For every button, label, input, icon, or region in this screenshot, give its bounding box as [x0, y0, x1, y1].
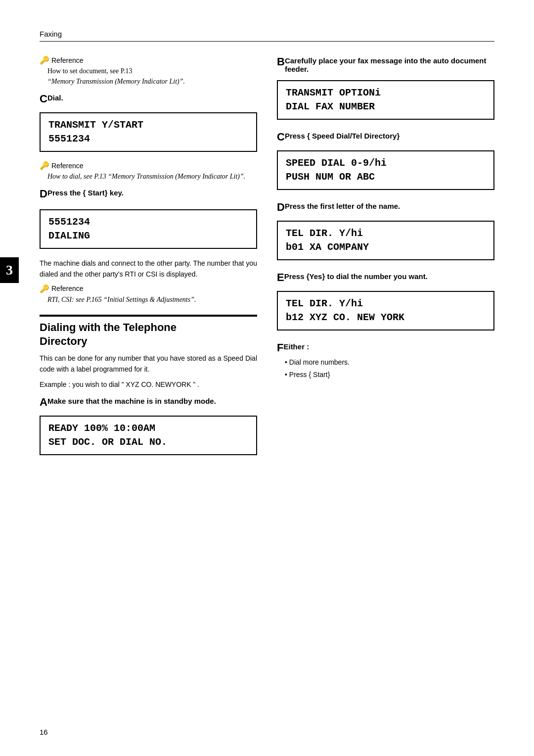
- bullet-1: Dial more numbers.: [285, 356, 494, 369]
- lcd-display-6: TEL DIR. Y/hi b01 XA COMPANY: [277, 221, 494, 260]
- step-d-text: Press the { Start} key.: [47, 188, 124, 197]
- step-b-text: Carefully place your fax message into th…: [285, 55, 494, 73]
- step-f: F Either :: [277, 341, 494, 354]
- lcd7-line1: TEL DIR. Y/hi: [286, 297, 486, 311]
- body-text-2: This can be done for any number that you…: [40, 353, 257, 375]
- lcd4-line2: DIAL FAX NUMBER: [286, 100, 486, 114]
- reference-2: 🔑 Reference How to dial, see P.13 “Memor…: [40, 161, 257, 182]
- reference-3-label: 🔑 Reference: [40, 284, 257, 293]
- lcd3-line2: SET DOC. OR DIAL NO.: [48, 435, 248, 449]
- step-d-right-text: Press the first letter of the name.: [285, 201, 400, 210]
- step-d-right: D Press the first letter of the name.: [277, 201, 494, 214]
- lcd6-line2: b01 XA COMPANY: [286, 240, 486, 254]
- either-bullets: Dial more numbers. Press { Start}: [285, 356, 494, 381]
- step-e: E Press {Yes} to dial the number you wan…: [277, 271, 494, 284]
- reference-1: 🔑 Reference How to set document, see P.1…: [40, 55, 257, 87]
- lcd-display-7: TEL DIR. Y/hi b12 XYZ CO. NEW YORK: [277, 291, 494, 331]
- reference-1-label: 🔑 Reference: [40, 55, 257, 65]
- key-icon-3: 🔑: [40, 284, 49, 293]
- lcd2-line2: DIALING: [48, 229, 248, 243]
- header-label: Faxing: [40, 30, 62, 38]
- lcd6-line1: TEL DIR. Y/hi: [286, 227, 486, 240]
- lcd1-line2: 5551234: [48, 132, 248, 146]
- step-d-letter: D: [40, 188, 47, 200]
- step-a-letter: A: [40, 396, 47, 409]
- key-icon-2: 🔑: [40, 161, 49, 170]
- step-d-left: D Press the { Start} key.: [40, 188, 257, 200]
- key-icon-1: 🔑: [40, 55, 49, 65]
- step-e-text: Press {Yes} to dial the number you want.: [284, 271, 428, 281]
- lcd1-line1: TRANSMIT Y/START: [48, 118, 248, 132]
- step-c-text: Dial.: [47, 93, 63, 102]
- reference-3-text: RTI, CSI: see P.165 “Initial Settings & …: [47, 294, 257, 305]
- step-b: B Carefully place your fax message into …: [277, 55, 494, 73]
- step-e-letter: E: [277, 271, 284, 284]
- left-column: 🔑 Reference How to set document, see P.1…: [40, 55, 257, 460]
- lcd-display-5: SPEED DIAL 0-9/hi PUSH NUM OR ABC: [277, 150, 494, 190]
- step-a: A Make sure that the machine is in stand…: [40, 396, 257, 409]
- lcd7-line2: b12 XYZ CO. NEW YORK: [286, 311, 486, 325]
- step-d-right-letter: D: [277, 201, 285, 214]
- lcd4-line1: TRANSMIT OPTIONi: [286, 86, 486, 100]
- lcd-display-4: TRANSMIT OPTIONi DIAL FAX NUMBER: [277, 80, 494, 120]
- page: Faxing 🔑 Reference How to set document, …: [0, 0, 534, 756]
- step-a-text: Make sure that the machine is in standby…: [47, 396, 216, 405]
- section-number-tab: 3: [0, 257, 19, 283]
- page-header: Faxing: [40, 30, 494, 42]
- step-c-right-letter: C: [277, 131, 285, 143]
- bullet-2: Press { Start}: [285, 369, 494, 381]
- page-number: 16: [40, 728, 48, 736]
- lcd5-line2: PUSH NUM OR ABC: [286, 170, 486, 184]
- right-column: B Carefully place your fax message into …: [277, 55, 494, 460]
- lcd5-line1: SPEED DIAL 0-9/hi: [286, 156, 486, 170]
- step-c-right-text: Press { Speed Dial/Tel Directory}: [285, 131, 400, 140]
- body-text-1: The machine dials and connect to the oth…: [40, 258, 257, 280]
- reference-3: 🔑 Reference RTI, CSI: see P.165 “Initial…: [40, 284, 257, 305]
- lcd-display-3: READY 100% 10:00AM SET DOC. OR DIAL NO.: [40, 416, 257, 455]
- step-c-right: C Press { Speed Dial/Tel Directory}: [277, 131, 494, 143]
- lcd2-line1: 5551234: [48, 215, 248, 229]
- lcd3-line1: READY 100% 10:00AM: [48, 422, 248, 435]
- step-f-text: Either :: [283, 341, 309, 351]
- reference-2-label: 🔑 Reference: [40, 161, 257, 170]
- reference-2-text: How to dial, see P.13 “Memory Transmissi…: [47, 171, 257, 182]
- step-b-letter: B: [277, 55, 285, 68]
- section-heading: Dialing with the Telephone Directory: [40, 315, 257, 349]
- main-content: 🔑 Reference How to set document, see P.1…: [40, 55, 494, 460]
- reference-1-text: How to set document, see P.13 “Memory Tr…: [47, 66, 257, 87]
- body-text-3: Example : you wish to dial ” XYZ CO. NEW…: [40, 379, 257, 390]
- step-c-left: C Dial.: [40, 93, 257, 105]
- step-f-letter: F: [277, 341, 283, 354]
- lcd-display-2: 5551234 DIALING: [40, 209, 257, 249]
- step-c-letter: C: [40, 93, 47, 105]
- lcd-display-1: TRANSMIT Y/START 5551234: [40, 112, 257, 152]
